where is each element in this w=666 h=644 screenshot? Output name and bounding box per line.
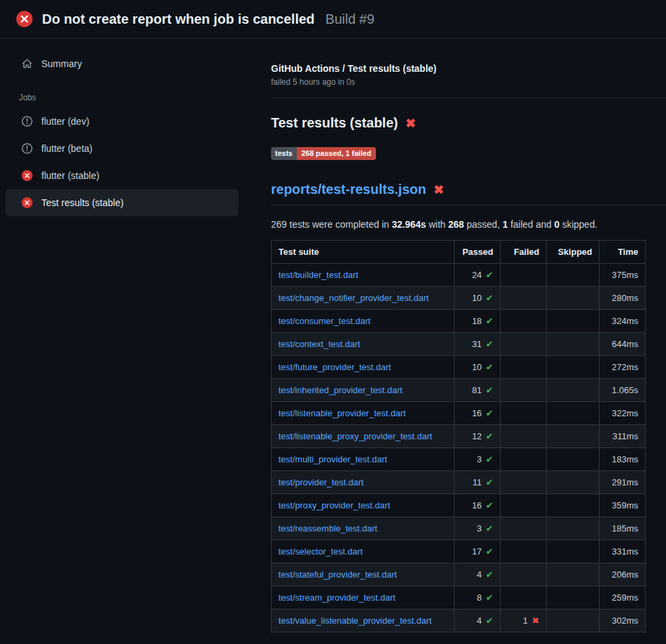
jobs-section-label: Jobs [19,93,249,102]
sidebar-item-flutter-dev[interactable]: flutter (dev) [5,108,238,135]
sidebar-item-flutter-stable[interactable]: flutter (stable) [5,162,238,189]
suite-cell: test/proxy_provider_test.dart [272,494,455,517]
check-title-text: Test results (stable) [271,115,398,131]
skipped-cell [547,448,600,471]
passed-cell: 10✔ [455,287,501,310]
skipped-cell [547,563,600,586]
sidebar-job-label: flutter (beta) [41,143,92,154]
check-icon: ✔ [486,569,493,580]
time-cell: 644ms [600,333,646,356]
report-file-link[interactable]: reports/test-results.json [271,182,426,197]
passed-cell: 81✔ [455,379,501,402]
passed-cell: 8✔ [455,586,501,609]
time-cell: 322ms [600,402,646,425]
table-row: test/change_notifier_provider_test.dart1… [272,287,646,310]
sidebar-job-label: Test results (stable) [41,197,123,208]
run-status-text: failed 5 hours ago in 0s [271,77,666,87]
badge-label: tests [271,147,297,160]
passed-cell: 11✔ [455,471,501,494]
table-row: test/reassemble_test.dart3✔185ms [272,517,646,540]
suite-cell: test/reassemble_test.dart [272,517,455,540]
failed-status-icon [22,197,33,208]
suite-link[interactable]: test/future_provider_test.dart [278,362,391,372]
neutral-status-icon [22,143,33,154]
suite-link[interactable]: test/stream_provider_test.dart [278,592,396,603]
suite-cell: test/listenable_provider_test.dart [272,402,455,425]
skipped-cell [547,356,600,379]
col-time: Time [600,241,646,264]
check-icon: ✔ [486,385,493,395]
suite-cell: test/multi_provider_test.dart [272,448,455,471]
check-icon: ✔ [486,592,493,603]
suite-cell: test/listenable_proxy_provider_test.dart [272,425,455,448]
col-passed: Passed [455,241,501,264]
sidebar-item-test-results-stable[interactable]: Test results (stable) [5,189,238,216]
suite-link[interactable]: test/selector_test.dart [278,546,362,557]
time-cell: 206ms [600,563,646,586]
passed-cell: 4✔ [455,563,501,586]
passed-cell: 4✔ [455,609,501,632]
table-row: test/value_listenable_provider_test.dart… [272,609,646,632]
failed-cell [501,333,547,356]
check-icon: ✔ [486,339,493,349]
suite-link[interactable]: test/stateful_provider_test.dart [278,569,397,580]
suite-link[interactable]: test/value_listenable_provider_test.dart [278,616,432,626]
skipped-cell [547,494,600,517]
table-row: test/stream_provider_test.dart8✔259ms [272,586,646,609]
skipped-cell [547,471,600,494]
sidebar-job-label: flutter (stable) [41,170,100,181]
suite-link[interactable]: test/listenable_provider_test.dart [278,408,406,418]
skipped-cell [547,609,600,632]
failed-cell [501,517,547,540]
passed-cell: 17✔ [455,540,501,563]
sidebar-item-flutter-beta[interactable]: flutter (beta) [5,135,238,162]
check-icon: ✔ [486,500,493,510]
check-title: Test results (stable) ✖ [271,115,666,131]
failed-cell [501,264,547,287]
home-icon [22,58,33,69]
sidebar-job-label: flutter (dev) [41,116,89,127]
suite-link[interactable]: test/proxy_provider_test.dart [278,500,390,510]
time-cell: 1.065s [600,379,646,402]
table-row: test/proxy_provider_test.dart16✔359ms [272,494,646,517]
check-icon: ✔ [486,270,493,280]
sidebar-item-summary[interactable]: Summary [0,54,249,74]
skipped-cell [547,333,600,356]
suite-link[interactable]: test/multi_provider_test.dart [278,454,387,464]
suite-link[interactable]: test/builder_test.dart [278,270,358,280]
table-row: test/builder_test.dart24✔375ms [272,264,646,287]
failed-cell [501,356,547,379]
suite-cell: test/selector_test.dart [272,540,455,563]
failed-cell [501,310,547,333]
skipped-cell [547,310,600,333]
suite-cell: test/change_notifier_provider_test.dart [272,287,455,310]
suite-link[interactable]: test/provider_test.dart [278,477,364,487]
suite-link[interactable]: test/reassemble_test.dart [278,523,377,534]
suite-cell: test/context_test.dart [272,333,455,356]
suite-link[interactable]: test/change_notifier_provider_test.dart [278,293,429,303]
results-table-body: test/builder_test.dart24✔375mstest/chang… [272,264,646,632]
run-title: Do not create report when job is cancell… [42,12,314,27]
failed-status-icon [16,11,33,27]
skipped-cell [547,264,600,287]
suite-cell: test/builder_test.dart [272,264,455,287]
col-failed: Failed [501,241,547,264]
failed-cell [501,563,547,586]
check-icon: ✔ [486,616,493,626]
suite-link[interactable]: test/consumer_test.dart [278,316,371,326]
suite-link[interactable]: test/listenable_proxy_provider_test.dart [278,431,432,441]
table-row: test/inherited_provider_test.dart81✔1.06… [272,379,646,402]
suite-link[interactable]: test/inherited_provider_test.dart [278,385,402,395]
badge-value: 268 passed, 1 failed [297,147,376,160]
skipped-cell [547,425,600,448]
table-row: test/context_test.dart31✔644ms [272,333,646,356]
table-row: test/future_provider_test.dart10✔272ms [272,356,646,379]
col-test-suite: Test suite [272,241,455,264]
table-row: test/consumer_test.dart18✔324ms [272,310,646,333]
check-icon: ✔ [486,316,493,326]
skipped-cell [547,586,600,609]
table-row: test/provider_test.dart11✔291ms [272,471,646,494]
suite-link[interactable]: test/context_test.dart [278,339,360,349]
run-build-number: Build #9 [325,12,374,27]
table-row: test/listenable_provider_test.dart16✔322… [272,402,646,425]
